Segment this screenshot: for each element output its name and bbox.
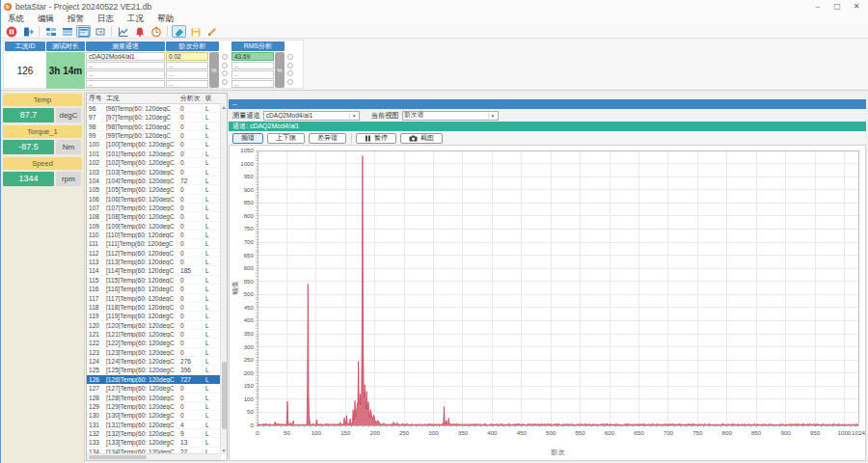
table-row[interactable]: 120[120]Temp(60: 120degC0L <box>87 321 227 330</box>
app-logo-icon: b <box>4 3 12 11</box>
table-row[interactable]: 127[127]Temp(60: 120degC0L <box>87 384 227 393</box>
table-row[interactable]: 109[109]Temp(60: 120degC0L <box>87 222 227 231</box>
table-row[interactable]: 132[132]Temp(60: 120degC9L <box>87 429 227 438</box>
table-row[interactable]: 124[124]Temp(60: 120degC276L <box>87 357 227 366</box>
eraser-button[interactable] <box>172 25 186 38</box>
horizontal-scrollbar[interactable] <box>87 453 221 460</box>
button-separator <box>351 133 352 144</box>
limits-button[interactable]: 上下限 <box>267 133 305 144</box>
order-field-1[interactable]: -- <box>166 62 208 70</box>
order-field-0[interactable]: 0.02 <box>166 52 208 61</box>
table-row[interactable]: 102[102]Temp(60: 120degC0L <box>87 158 227 167</box>
table-row[interactable]: 118[118]Temp(60: 120degC0L <box>87 303 227 312</box>
pause-chart-button[interactable]: 暂停 <box>356 133 396 144</box>
chan-field-2[interactable]: -- <box>86 70 165 79</box>
spectrum-button[interactable]: 频谱 <box>232 133 263 144</box>
table-row[interactable]: 104[104]Temp(60: 120degC72L <box>87 177 227 185</box>
spectrum-chart[interactable]: 0501001502002503003504004505005506006507… <box>229 145 866 461</box>
table-row[interactable]: 116[116]Temp(60: 120degC0L <box>87 285 227 293</box>
menu-help[interactable]: 帮助 <box>150 13 180 25</box>
table-row[interactable]: 123[123]Temp(60: 120degC0L <box>87 348 227 357</box>
rms-percent-badge[interactable]: % <box>275 52 285 88</box>
table-row[interactable]: 98[98]Temp(60: 120degC0L <box>87 123 227 131</box>
scroll-down-icon[interactable]: ▼ <box>221 447 227 454</box>
table-row[interactable]: 105[105]Temp(60: 120degC0L <box>87 185 227 194</box>
order-field-3[interactable]: -- <box>166 80 208 89</box>
rms-field-2[interactable]: -- <box>231 70 274 79</box>
snapshot-button[interactable]: 截图 <box>400 133 443 144</box>
table-row[interactable]: 99[99]Temp(60: 120degC0L <box>87 131 227 140</box>
chan-field-0[interactable]: cDAQ2Mod4/ai1 <box>86 52 165 61</box>
scrollbar-thumb[interactable] <box>222 362 227 429</box>
timer-button[interactable] <box>149 25 163 38</box>
cell-c2: 0 <box>180 339 205 346</box>
table-row[interactable]: 129[129]Temp(60: 120degC0L <box>87 402 227 411</box>
table-row[interactable]: 121[121]Temp(60: 120degC0L <box>87 330 227 339</box>
table-row[interactable]: 117[117]Temp(60: 120degC0L <box>87 294 227 303</box>
chan-field-3[interactable]: -- <box>86 80 165 89</box>
cell-c3: L <box>205 204 217 211</box>
table-row[interactable]: 111[111]Temp(60: 120degC0L <box>87 239 227 248</box>
gauge-value: 1344 <box>3 172 54 186</box>
table-row[interactable]: 125[125]Temp(60: 120degC396L <box>87 366 227 374</box>
minimize-button[interactable]: – <box>808 0 827 13</box>
table-row[interactable]: 113[113]Temp(60: 120degC0L <box>87 258 227 266</box>
annotate-button[interactable] <box>204 25 219 38</box>
panel-view-button[interactable] <box>76 25 91 38</box>
maximize-button[interactable]: ▢ <box>827 0 847 13</box>
cell-c2: 0 <box>180 276 205 284</box>
vertical-scrollbar[interactable]: ▲ ▼ <box>220 103 227 454</box>
table-row[interactable]: 112[112]Temp(60: 120degC0L <box>87 249 227 258</box>
rms-field-3[interactable]: -- <box>231 80 274 89</box>
panel-list-button[interactable] <box>43 25 58 38</box>
panel-detail-button[interactable] <box>60 25 74 38</box>
menu-case[interactable]: 工况 <box>121 13 150 25</box>
scrollbar-thumb[interactable] <box>89 455 147 459</box>
table-row[interactable]: 107[107]Temp(60: 120degC0L <box>87 204 227 212</box>
table-row[interactable]: 131[131]Temp(60: 120degC4L <box>87 421 227 429</box>
table-row[interactable]: 126[126]Temp(60: 120degC727L <box>87 375 227 384</box>
title-bar[interactable]: b betaStar - Project 20240522 VE21.db – … <box>1 0 868 13</box>
cell-c3: L <box>205 123 217 130</box>
cell-c3: L <box>205 140 217 148</box>
alarm-button[interactable] <box>132 25 147 38</box>
table-row[interactable]: 128[128]Temp(60: 120degC0L <box>87 394 227 402</box>
view-select[interactable]: 阶次谱 ▼ <box>402 111 499 121</box>
cell-c1: [97]Temp(60: 120degC <box>106 113 180 121</box>
rms-field-1[interactable]: -- <box>231 62 274 70</box>
trend-chart-button[interactable] <box>116 25 130 38</box>
scroll-up-icon[interactable]: ▲ <box>221 103 227 111</box>
channel-select[interactable]: cDAQ2Mod4/ai1 ▼ <box>263 111 360 121</box>
table-row[interactable]: 119[119]Temp(60: 120degC0L <box>87 312 227 320</box>
table-row[interactable]: 97[97]Temp(60: 120degC0L <box>87 113 227 122</box>
table-row[interactable]: 100[100]Temp(60: 120degC0L <box>87 140 227 149</box>
chan-field-1[interactable]: -- <box>86 62 165 70</box>
table-row[interactable]: 122[122]Temp(60: 120degC0L <box>87 339 227 347</box>
table-row[interactable]: 108[108]Temp(60: 120degC0L <box>87 212 227 221</box>
order-percent-badge[interactable]: % <box>209 52 219 88</box>
table-row[interactable]: 114[114]Temp(60: 120degC185L <box>87 266 227 275</box>
cell-c0: 109 <box>87 222 106 230</box>
menu-system[interactable]: 系统 <box>1 13 31 25</box>
menu-alarm[interactable]: 报警 <box>61 13 91 25</box>
cell-c2: 72 <box>180 177 205 184</box>
exit-button[interactable] <box>20 25 35 38</box>
pause-button[interactable] <box>4 25 18 38</box>
rms-field-0[interactable]: 43.69 <box>231 52 274 61</box>
panel-float-button[interactable] <box>93 25 107 38</box>
table-row[interactable]: 130[130]Temp(60: 120degC0L <box>87 411 227 420</box>
table-row[interactable]: 133[133]Temp(60: 120degC13L <box>87 438 227 447</box>
table-row[interactable]: 103[103]Temp(60: 120degC0L <box>87 168 227 177</box>
close-button[interactable]: ✕ <box>847 0 866 13</box>
order-field-2[interactable]: -- <box>166 70 208 79</box>
table-row[interactable]: 110[110]Temp(60: 120degC0L <box>87 231 227 239</box>
table-row[interactable]: 101[101]Temp(60: 120degC0L <box>87 150 227 158</box>
table-row[interactable]: 96[96]Temp(60: 120degC0L <box>87 104 227 113</box>
save-button[interactable] <box>188 25 203 38</box>
cell-c0: 120 <box>87 321 106 329</box>
diff-spectrum-button[interactable]: 差异谱 <box>309 133 346 144</box>
table-row[interactable]: 115[115]Temp(60: 120degC0L <box>87 276 227 285</box>
menu-edit[interactable]: 编辑 <box>31 13 61 25</box>
menu-log[interactable]: 日志 <box>91 13 121 25</box>
table-row[interactable]: 106[106]Temp(60: 120degC0L <box>87 195 227 204</box>
